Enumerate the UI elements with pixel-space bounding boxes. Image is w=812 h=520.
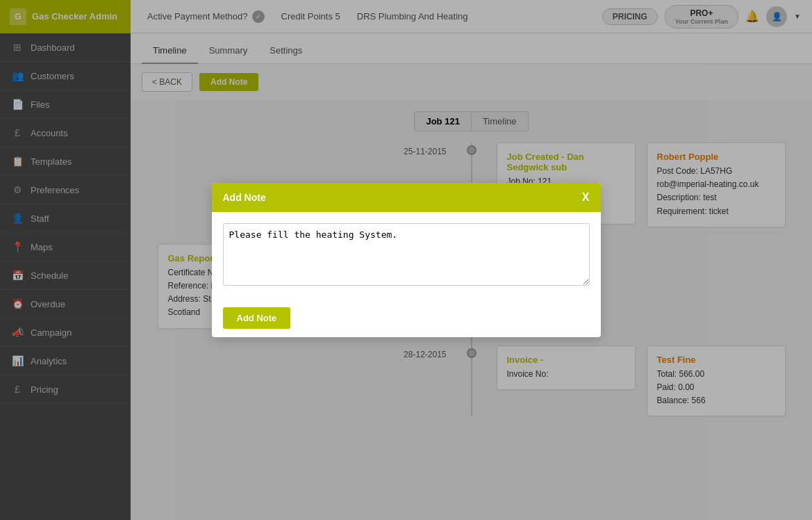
modal-title: Add Note: [223, 192, 266, 203]
modal-header: Add Note X: [212, 183, 601, 212]
modal-add-note-button[interactable]: Add Note: [223, 307, 291, 329]
note-textarea[interactable]: [223, 223, 590, 286]
modal-close-button[interactable]: X: [582, 191, 590, 204]
modal-body: [212, 212, 601, 299]
modal-overlay: Add Note X Add Note: [0, 0, 812, 520]
add-note-modal: Add Note X Add Note: [212, 183, 601, 337]
modal-footer: Add Note: [212, 299, 601, 337]
